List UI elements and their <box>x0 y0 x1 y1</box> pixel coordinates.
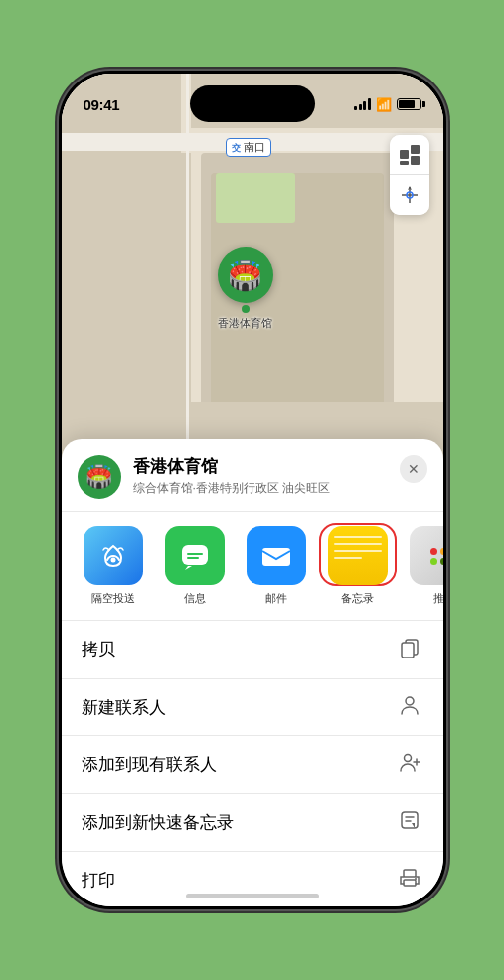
svg-rect-14 <box>404 880 416 886</box>
action-quick-note[interactable]: 添加到新快速备忘录 <box>62 794 443 852</box>
mail-icon-box <box>247 526 306 585</box>
share-item-notes[interactable]: 备忘录 <box>322 526 394 606</box>
bottom-sheet: 🏟️ 香港体育馆 综合体育馆·香港特别行政区 油尖旺区 ✕ <box>62 439 443 906</box>
share-item-mail[interactable]: 邮件 <box>241 526 312 606</box>
stadium-pin[interactable]: 🏟️ 香港体育馆 <box>218 247 273 331</box>
phone-screen: 09:41 📶 <box>62 74 443 906</box>
share-item-message[interactable]: 信息 <box>159 526 231 606</box>
action-copy[interactable]: 拷贝 <box>62 621 443 679</box>
more-label: 推 <box>433 591 443 606</box>
battery-icon <box>397 98 421 110</box>
action-print-label: 打印 <box>82 869 115 892</box>
dynamic-island <box>190 85 315 122</box>
action-new-contact[interactable]: 新建联系人 <box>62 679 443 736</box>
action-list: 拷贝 新建联系人 <box>62 621 443 906</box>
svg-point-11 <box>404 755 411 762</box>
message-icon-box <box>165 526 225 585</box>
map-area[interactable]: 交 南口 <box>62 74 443 501</box>
notes-lines-decoration <box>334 536 382 564</box>
svg-point-15 <box>415 878 417 880</box>
share-row: 隔空投送 信息 <box>62 512 443 621</box>
print-icon <box>396 867 423 894</box>
message-label: 信息 <box>184 591 206 606</box>
notes-icon-box <box>328 526 388 585</box>
svg-rect-3 <box>400 161 409 165</box>
wifi-icon: 📶 <box>376 97 392 112</box>
location-info: 香港体育馆 综合体育馆·香港特别行政区 油尖旺区 <box>133 455 400 497</box>
location-card: 🏟️ 香港体育馆 综合体育馆·香港特别行政区 油尖旺区 ✕ <box>62 439 443 512</box>
location-button[interactable] <box>390 175 429 215</box>
action-quick-note-label: 添加到新快速备忘录 <box>82 811 234 834</box>
action-copy-label: 拷贝 <box>82 638 115 661</box>
action-add-contact-label: 添加到现有联系人 <box>82 753 217 776</box>
copy-icon <box>396 636 423 663</box>
location-name: 香港体育馆 <box>133 455 400 478</box>
mail-label: 邮件 <box>265 591 287 606</box>
svg-rect-9 <box>402 643 414 658</box>
more-icon-box <box>410 526 443 585</box>
phone-frame: 09:41 📶 <box>59 71 446 909</box>
share-item-more[interactable]: 推 <box>404 526 443 606</box>
pin-dot <box>242 305 250 313</box>
airdrop-label: 隔空投送 <box>91 591 135 606</box>
svg-rect-1 <box>411 145 420 154</box>
notes-label: 备忘录 <box>341 591 374 606</box>
map-controls <box>390 135 429 215</box>
svg-rect-0 <box>400 150 409 159</box>
svg-point-5 <box>110 558 115 563</box>
location-desc: 综合体育馆·香港特别行政区 油尖旺区 <box>133 480 400 497</box>
person-add-icon <box>396 751 423 778</box>
stadium-icon: 🏟️ <box>228 259 262 292</box>
status-time: 09:41 <box>84 96 120 113</box>
map-label: 交 南口 <box>226 138 271 157</box>
airdrop-icon-box <box>84 526 143 585</box>
stadium-pin-label: 香港体育馆 <box>218 316 272 331</box>
svg-point-10 <box>406 697 414 705</box>
location-icon-wrap: 🏟️ <box>78 455 121 499</box>
signal-icon <box>354 98 371 110</box>
note-icon <box>396 809 423 836</box>
location-icon: 🏟️ <box>85 464 112 490</box>
svg-rect-2 <box>411 156 420 165</box>
pin-icon-circle: 🏟️ <box>218 247 273 303</box>
action-new-contact-label: 新建联系人 <box>82 696 166 719</box>
status-icons: 📶 <box>354 97 421 112</box>
person-icon <box>396 694 423 721</box>
svg-rect-13 <box>404 870 416 877</box>
home-indicator <box>186 894 319 898</box>
action-add-contact[interactable]: 添加到现有联系人 <box>62 736 443 794</box>
svg-rect-12 <box>402 812 418 828</box>
map-type-button[interactable] <box>390 135 429 175</box>
svg-rect-7 <box>262 548 290 566</box>
share-item-airdrop[interactable]: 隔空投送 <box>78 526 149 606</box>
close-button[interactable]: ✕ <box>400 455 427 483</box>
